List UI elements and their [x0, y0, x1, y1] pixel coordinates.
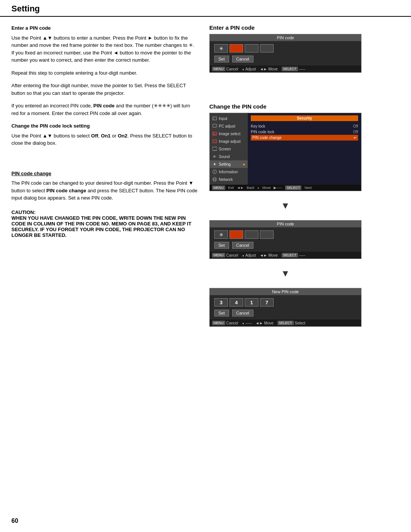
enter-pin-dialog-titlebar: PIN code [210, 34, 361, 41]
menu-item-information: Information [210, 168, 248, 176]
move-action: Move [268, 67, 277, 71]
new-pin-move-action: Move [264, 321, 273, 325]
pin-code-statusbar-menu: MENU Cancel [212, 253, 238, 257]
menu-item-network-label: Network [219, 177, 233, 182]
pin-code-statusbar-move: ◄► Move [260, 253, 277, 257]
new-pin-menu-label: MENU [212, 321, 225, 325]
projector-ui-body: Input PC adjust Image sele [210, 113, 361, 185]
proj-status-sep2: ⬧ [257, 186, 259, 190]
pin-box-3 [245, 44, 258, 53]
pin-code-adjust-action: Adjust [245, 253, 256, 257]
new-pin-set-button[interactable]: Set [214, 310, 229, 316]
pin-code-move-action: Move [268, 253, 277, 257]
new-pin-cancel-button[interactable]: Cancel [232, 310, 253, 316]
enter-pin-body4: If you entered an incorrect PIN code, PI… [11, 102, 198, 117]
right-column: Enter a PIN code PIN code ✳ Set Cancel [209, 24, 362, 327]
pin-code-box-2 [229, 230, 243, 239]
pin-code-cancel-button[interactable]: Cancel [232, 242, 253, 249]
proj-status-back: Back [247, 186, 254, 190]
pin-box-4 [260, 44, 274, 53]
new-pin-select-action: Select [295, 321, 306, 325]
proj-status-dots: ▶----- [274, 186, 282, 190]
menu-item-information-label: Information [219, 170, 238, 174]
menu-item-pcadjust-label: PC adjust [219, 124, 235, 128]
menu-item-network: Network [210, 176, 248, 183]
pin-code-statusbar: MENU Cancel ⬧ Adjust ◄► Move SELECT ----… [210, 252, 361, 259]
pin-code-dialog-titlebar: PIN code [210, 220, 361, 227]
enter-pin-cancel-button[interactable]: Cancel [232, 56, 253, 62]
move-icon: ◄► [260, 67, 267, 71]
pin-code-statusbar-select: SELECT ----- [282, 253, 306, 257]
svg-rect-0 [213, 117, 217, 120]
new-pin-dialog-section: New PIN code 3 4 1 7 Set Cancel ME [209, 288, 362, 327]
proj-status-next: Next [304, 186, 312, 190]
screen-icon [212, 146, 217, 152]
menu-label: MENU [212, 67, 225, 71]
new-pin-dialog-titlebar: New PIN code [210, 288, 361, 295]
menu-action: Cancel [226, 67, 238, 71]
new-pin-box-4: 7 [260, 298, 274, 307]
new-pin-adjust-action: ----- [245, 321, 252, 325]
menu-item-setting: Setting ◄ [210, 160, 248, 168]
enter-pin-dialog-body: ✳ Set Cancel [210, 41, 361, 66]
new-pin-statusbar-menu: MENU Cancel [212, 321, 238, 325]
pinchange-label: PIN code change [252, 136, 282, 140]
proj-right-panel: Security Key lock Off PIN code lock Off … [248, 113, 361, 185]
menu-item-pcadjust: PC adjust [210, 122, 248, 130]
enter-pin-statusbar: MENU Cancel ⬧ Adjust ◄► Move SELECT ----… [210, 66, 361, 72]
arrow-down-2: ▼ [209, 267, 362, 280]
select-action: ----- [299, 67, 306, 71]
caution-text: CAUTION: WHEN YOU HAVE CHANGED THE PIN C… [11, 209, 198, 238]
pin-code-dialog-section: PIN code ✳ Set Cancel MENU [209, 220, 362, 259]
information-icon [212, 169, 217, 174]
change-pin-section: Change the PIN code lock setting Use the… [11, 122, 198, 147]
enter-pin-title: Enter a PIN code [11, 24, 198, 32]
new-pin-dialog: New PIN code 3 4 1 7 Set Cancel ME [209, 288, 362, 327]
enter-pin-body3: After entering the four-digit number, mo… [11, 82, 198, 97]
change-pin-title: Change the PIN code lock setting [11, 122, 198, 130]
new-pin-box-3: 1 [245, 298, 258, 307]
pc-adjust-icon [212, 123, 217, 129]
menu-item-sound: Sound [210, 153, 248, 160]
proj-left-menu: Input PC adjust Image sele [210, 113, 248, 185]
pin-code-box-1: ✳ [214, 230, 228, 239]
enter-pin-section: Enter a PIN code Use the Point ▲▼ button… [11, 24, 198, 64]
setting-arrow-icon: ◄ [242, 162, 245, 166]
statusbar-adjust: ⬧ Adjust [242, 67, 256, 71]
menu-item-input: Input [210, 115, 248, 122]
enter-pin-body1: Use the Point ▲▼ buttons to enter a numb… [11, 34, 198, 64]
statusbar-move: ◄► Move [260, 67, 277, 71]
new-pin-box-2: 4 [229, 298, 243, 307]
enter-pin-set-button[interactable]: Set [214, 56, 229, 62]
statusbar-menu: MENU Cancel [212, 67, 238, 71]
caution-section: CAUTION: WHEN YOU HAVE CHANGED THE PIN C… [11, 209, 198, 238]
caution-title: CAUTION: [11, 209, 36, 215]
change-pin-body: Use the Point ▲▼ buttons to select Off, … [11, 132, 198, 147]
input-icon [212, 116, 217, 121]
pin-code-move-icon: ◄► [260, 253, 267, 257]
new-pin-box-1: 3 [214, 298, 228, 307]
pin-code-menu-label: MENU [212, 253, 225, 257]
change-pin-dialog-title: Change the PIN code [209, 103, 362, 110]
pin-code-dialog-body: ✳ Set Cancel [210, 227, 361, 252]
projector-ui: Input PC adjust Image sele [209, 113, 362, 191]
pin-code-set-button[interactable]: Set [214, 242, 229, 249]
proj-setting-pinchange: PIN code change ↵ [251, 135, 358, 141]
new-pin-adjust-icon: ⬧ [242, 321, 244, 325]
enter-pin-dialog: PIN code ✳ Set Cancel MENU [209, 34, 362, 73]
pin-code-select-label: SELECT [282, 253, 298, 257]
svg-rect-8 [212, 147, 217, 150]
adjust-action: Adjust [245, 67, 256, 71]
new-pin-buttons: Set Cancel [214, 310, 357, 316]
pin-code-change-section: PIN code change The PIN code can be chan… [11, 170, 198, 202]
enter-pin-dialog-title: Enter a PIN code [209, 24, 362, 31]
menu-item-input-label: Input [219, 117, 227, 121]
keylock-label: Key lock [251, 124, 265, 128]
menu-item-imageadjust: Image adjust [210, 137, 248, 145]
new-pin-statusbar-select: SELECT Select [277, 321, 306, 325]
pin-code-menu-action: Cancel [226, 253, 238, 257]
new-pin-statusbar-adjust: ⬧ ----- [242, 321, 252, 325]
statusbar-select: SELECT ----- [282, 67, 306, 71]
enter-pin-buttons: Set Cancel [214, 56, 357, 62]
pinlock-value: Off [353, 130, 358, 134]
